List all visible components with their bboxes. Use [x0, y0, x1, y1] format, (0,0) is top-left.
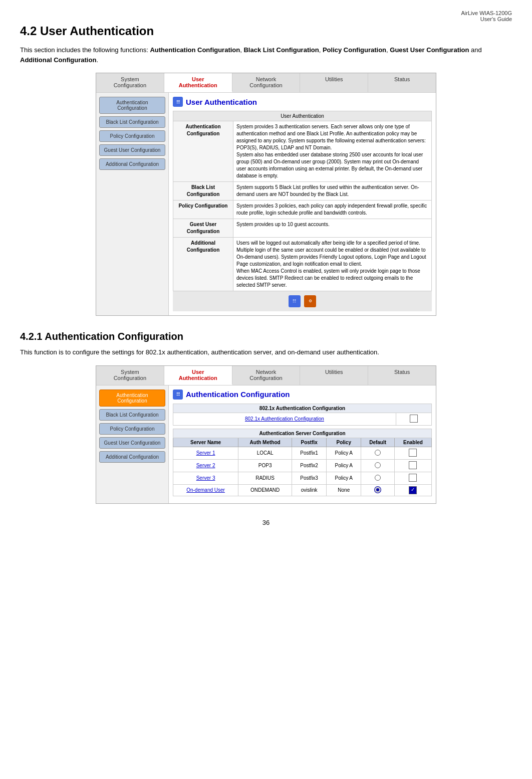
intro-paragraph: This section includes the following func… [20, 45, 512, 65]
nav-system-config[interactable]: SystemConfiguration [96, 73, 164, 92]
auth-table-802: 802.1x Authentication Configuration 802.… [173, 404, 432, 426]
server3-enabled[interactable] [394, 472, 431, 484]
main-area-1: Authentication Configuration Black List … [96, 93, 436, 315]
main-area-2: Authentication Configuration Black List … [96, 385, 436, 503]
server2-postfix: Postfix2 [292, 459, 327, 472]
server2-enabled[interactable] [394, 459, 431, 472]
col-postfix: Postfix [292, 438, 327, 447]
ondemand-default[interactable] [361, 484, 395, 496]
page-number: 36 [20, 519, 512, 526]
checkbox-802[interactable] [396, 413, 431, 425]
table-header-1: User Authentication [173, 111, 432, 121]
server1-policy: Policy A [327, 447, 361, 459]
table-row: Server 2 POP3 Postfix2 Policy A [173, 459, 432, 472]
server3-auth: RADIUS [238, 472, 292, 484]
ondemand-name[interactable]: On-demand User [173, 484, 238, 496]
section-header-802: 802.1x Authentication Configuration [173, 404, 432, 413]
server2-name[interactable]: Server 2 [173, 459, 238, 472]
server1-postfix: Postfix1 [292, 447, 327, 459]
screenshot2: SystemConfiguration UserAuthentication N… [96, 365, 436, 504]
sidebar2-btn-blacklist[interactable]: Black List Configuration [99, 409, 165, 421]
page-title-row-1: ☷ User Authentication [173, 97, 432, 107]
content-area-1: ☷ User Authentication User Authenticatio… [169, 93, 436, 315]
nav-bar-1: SystemConfiguration UserAuthentication N… [96, 73, 436, 93]
subsection-title: 4.2.1 Authentication Configuration [20, 331, 512, 342]
icon-tab: ☷ [289, 295, 301, 307]
ondemand-enabled[interactable]: ✓ [394, 484, 431, 496]
sidebar2-btn-additional[interactable]: Additional Configuration [99, 451, 165, 463]
server3-default[interactable] [361, 472, 395, 484]
ondemand-auth: ONDEMAND [238, 484, 292, 496]
col-default: Default [361, 438, 395, 447]
server1-name[interactable]: Server 1 [173, 447, 238, 459]
icon-tool: ⚙ [304, 295, 316, 307]
column-headers: Server Name Auth Method Postfix Policy D… [173, 438, 432, 447]
sidebar2-btn-guest[interactable]: Guest User Configuration [99, 437, 165, 449]
row-desc-auth: System provides 3 authentication servers… [233, 121, 432, 182]
section-title: 4.2 User Authentication [20, 24, 512, 38]
nav-utilities[interactable]: Utilities [300, 73, 368, 92]
page-title-1: User Authentication [186, 98, 257, 106]
server2-policy: Policy A [327, 459, 361, 472]
page-icon-1: ☷ [173, 97, 183, 107]
table-row: Authentication Configuration System prov… [173, 121, 432, 182]
nav-user-auth[interactable]: UserAuthentication [164, 73, 232, 92]
table-row: Black List Configuration System supports… [173, 182, 432, 201]
nav2-status[interactable]: Status [368, 366, 436, 385]
section-header-server: Authentication Server Configuration [173, 429, 432, 438]
server2-default[interactable] [361, 459, 395, 472]
ondemand-policy: None [327, 484, 361, 496]
col-policy: Policy [327, 438, 361, 447]
server3-name[interactable]: Server 3 [173, 472, 238, 484]
table-row: Policy Configuration System provides 3 p… [173, 201, 432, 219]
nav-status[interactable]: Status [368, 73, 436, 92]
col-auth-method: Auth Method [238, 438, 292, 447]
sidebar-btn-additional[interactable]: Additional Configuration [99, 158, 165, 170]
table-row: Server 3 RADIUS Postfix3 Policy A [173, 472, 432, 484]
server3-postfix: Postfix3 [292, 472, 327, 484]
ondemand-postfix: ovislink [292, 484, 327, 496]
nav2-system-config[interactable]: SystemConfiguration [96, 366, 164, 385]
row-label-policy: Policy Configuration [173, 201, 233, 219]
server1-enabled[interactable] [394, 447, 431, 459]
col-server-name: Server Name [173, 438, 238, 447]
row-label-blacklist: Black List Configuration [173, 182, 233, 201]
document-header: AirLive WIAS-1200G User's Guide [20, 10, 512, 22]
table-row: Server 1 LOCAL Postfix1 Policy A [173, 447, 432, 459]
nav-bar-2: SystemConfiguration UserAuthentication N… [96, 366, 436, 385]
server1-auth: LOCAL [238, 447, 292, 459]
screenshot1-container: SystemConfiguration UserAuthentication N… [20, 73, 512, 316]
row-desc-additional: Users will be logged out automatically a… [233, 238, 432, 291]
server1-default[interactable] [361, 447, 395, 459]
row-label-guest: Guest User Configuration [173, 219, 233, 238]
row-desc-policy: System provides 3 policies, each policy … [233, 201, 432, 219]
page-icon-2: ☷ [173, 390, 183, 400]
row-label-auth: Authentication Configuration [173, 121, 233, 182]
content-area-2: ☷ Authentication Configuration 802.1x Au… [169, 385, 436, 503]
sidebar2-btn-policy[interactable]: Policy Configuration [99, 423, 165, 435]
sidebar-2: Authentication Configuration Black List … [96, 385, 169, 503]
nav2-user-auth[interactable]: UserAuthentication [164, 366, 232, 385]
footer-icons-1: ☷ ⚙ [173, 291, 432, 311]
subsection-intro: This function is to configure the settin… [20, 347, 512, 357]
sidebar-btn-blacklist[interactable]: Black List Configuration [99, 116, 165, 128]
link-802[interactable]: 802.1x Authentication Configuration [173, 413, 396, 425]
sidebar-btn-auth-config[interactable]: Authentication Configuration [99, 97, 165, 114]
table-row: 802.1x Authentication Configuration [173, 413, 432, 425]
col-enabled: Enabled [394, 438, 431, 447]
auth-table-server: Authentication Server Configuration Serv… [173, 429, 432, 496]
page-title-2: Authentication Configuration [186, 390, 290, 399]
sidebar2-btn-auth-config[interactable]: Authentication Configuration [99, 390, 165, 407]
page-title-row-2: ☷ Authentication Configuration [173, 390, 432, 400]
server2-auth: POP3 [238, 459, 292, 472]
nav-network-config[interactable]: NetworkConfiguration [232, 73, 301, 92]
table-row: On-demand User ONDEMAND ovislink None ✓ [173, 484, 432, 496]
screenshot1: SystemConfiguration UserAuthentication N… [96, 73, 436, 316]
screenshot2-container: SystemConfiguration UserAuthentication N… [20, 365, 512, 504]
info-table-1: User Authentication Authentication Confi… [173, 111, 432, 291]
nav2-network-config[interactable]: NetworkConfiguration [232, 366, 301, 385]
sidebar-btn-guest[interactable]: Guest User Configuration [99, 144, 165, 156]
row-desc-blacklist: System supports 5 Black List profiles fo… [233, 182, 432, 201]
nav2-utilities[interactable]: Utilities [300, 366, 368, 385]
sidebar-btn-policy[interactable]: Policy Configuration [99, 130, 165, 142]
